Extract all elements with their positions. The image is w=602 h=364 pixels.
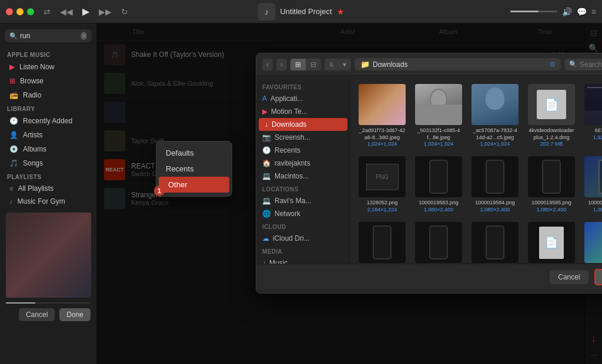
file-thumb-8: [471, 156, 519, 197]
progress-fill: [6, 302, 35, 304]
fb-list-options-btn[interactable]: ▾: [338, 59, 351, 70]
fb-search-input[interactable]: [580, 60, 602, 69]
file-item-14[interactable]: 📄: [526, 220, 577, 264]
file-browser-footer: Cancel Open 2: [256, 264, 602, 289]
window-title: Untitled Project: [280, 7, 332, 16]
songs-label: Songs: [23, 159, 43, 167]
music-for-gym-label: Music For Gym: [18, 197, 65, 205]
file-item-4[interactable]: 📄 4kvideodownloaderplus_1.2.4.dmg 202.7 …: [526, 82, 577, 149]
fb-item-icloud[interactable]: ☁ iCloud Dri...: [256, 232, 350, 245]
file-item-12[interactable]: [413, 220, 464, 264]
fb-item-home[interactable]: 🏠 ravitejaknts: [256, 157, 350, 170]
star-icon[interactable]: ★: [337, 7, 345, 16]
done-button[interactable]: Done: [59, 308, 91, 321]
file-name-9: 1000019585.png: [531, 200, 571, 207]
maximize-button[interactable]: [27, 8, 34, 15]
folder-icon: 📁: [360, 60, 370, 69]
fb-cancel-btn[interactable]: Cancel: [550, 270, 588, 284]
fb-location-bar[interactable]: 📁 Downloads ⊙: [354, 58, 561, 70]
fb-ravis-mac-label: Ravi's Ma...: [275, 197, 311, 205]
fb-back-btn[interactable]: ‹: [262, 59, 273, 70]
file-thumb-3: [471, 84, 519, 125]
search-clear-btn[interactable]: ✕: [81, 32, 87, 40]
file-item-5[interactable]: 667210.jpg 1,920×1,080: [582, 82, 602, 149]
fb-options-btn[interactable]: ⊟: [306, 59, 321, 70]
close-button[interactable]: [6, 8, 13, 15]
fb-section-media: Media: [256, 245, 350, 257]
minimize-button[interactable]: [16, 8, 24, 15]
fb-motion-label: Motion Te...: [271, 107, 307, 116]
fb-item-network[interactable]: 🌐 Network: [256, 207, 350, 220]
fb-recents-label: Recents: [275, 146, 300, 154]
sidebar-item-browse[interactable]: ⊞ Browse: [2, 74, 94, 88]
sidebar-item-songs[interactable]: 🎵 Songs: [2, 156, 94, 170]
playlist-all-playlists[interactable]: ≡ All Playlists: [2, 182, 94, 195]
radio-icon: 📻: [9, 91, 18, 99]
file-item-6[interactable]: PNG 1328052.png 2,184×1,224: [356, 154, 408, 215]
sidebar-item-listen-now[interactable]: ▶ Listen Now: [2, 60, 94, 74]
window-controls[interactable]: [6, 8, 34, 15]
sidebar-item-recently-added[interactable]: 🕐 Recently Added: [2, 114, 94, 128]
next-btn[interactable]: ▶▶: [96, 6, 114, 18]
fb-item-applications[interactable]: A Applicati...: [256, 92, 350, 105]
file-name-10: 1000019586.png: [588, 200, 602, 207]
file-item-3[interactable]: _ac57087a-7832-414d-a2...c5.jpeg 1,024×1…: [469, 82, 521, 149]
fb-item-music[interactable]: ♪ Music: [256, 257, 350, 264]
fb-macintosh-label: Macintos...: [275, 172, 309, 180]
fb-home-icon: 🏠: [262, 159, 271, 167]
fb-open-btn[interactable]: Open 2: [594, 269, 602, 285]
sidebar-item-artists[interactable]: 👤 Artists: [2, 128, 94, 142]
fb-item-motion[interactable]: ▶ Motion Te...: [256, 105, 350, 118]
fb-item-screenshots[interactable]: 📷 Screensh...: [256, 131, 350, 144]
file-item-1[interactable]: _2ad91f73-3d67-42a6-8...b80.jpeg 1,024×1…: [356, 82, 408, 149]
dropdown-other[interactable]: Other 1: [159, 177, 229, 193]
file-item-10[interactable]: 1000019586.png 1,080×2,400: [582, 154, 602, 215]
dropdown-recents[interactable]: Recents: [156, 161, 232, 177]
file-item-7[interactable]: 1000019583.png 1,080×2,400: [413, 154, 464, 215]
file-item-15[interactable]: 2: [582, 220, 602, 264]
fb-search[interactable]: 🔍: [564, 59, 602, 70]
fb-grid-btn[interactable]: ⊞: [290, 59, 306, 70]
fb-item-ravis-mac[interactable]: 💻 Ravi's Ma...: [256, 194, 350, 207]
prev-btn[interactable]: ◀◀: [58, 6, 75, 18]
library-section: Library: [0, 102, 96, 114]
fb-network-label: Network: [275, 210, 300, 218]
file-thumb-10: [584, 156, 602, 197]
mini-player: Cancel Done: [0, 213, 96, 323]
fb-list-btn[interactable]: ≡: [325, 59, 338, 70]
file-item-9[interactable]: 1000019585.png 1,080×2,400: [526, 154, 577, 215]
progress-bar[interactable]: [6, 302, 91, 304]
file-item-2[interactable]: _503132f1-c085-4f...8e.jpeg 1,024×1,024: [413, 82, 464, 149]
repeat-btn[interactable]: ↻: [119, 6, 131, 18]
file-item-8[interactable]: 1000019584.png 1,080×2,400: [469, 154, 521, 215]
fb-view-toggle: ⊞ ⊟: [290, 59, 321, 70]
fb-music-icon: ♪: [262, 259, 266, 264]
file-thumb-4: 📄: [528, 84, 575, 125]
fb-item-macintosh[interactable]: 💻 Macintos...: [256, 170, 350, 183]
fb-item-recents[interactable]: 🕐 Recents: [256, 144, 350, 157]
search-input[interactable]: [20, 32, 78, 40]
search-bar[interactable]: 🔍 ✕: [5, 29, 92, 42]
file-item-11[interactable]: [356, 220, 408, 264]
volume-slider[interactable]: [510, 11, 557, 12]
shuffle-btn[interactable]: ⇄: [41, 6, 53, 18]
chat-icon[interactable]: 💬: [577, 7, 587, 16]
sidebar-item-radio[interactable]: 📻 Radio: [2, 88, 94, 102]
file-browser: ‹ › ⊞ ⊟ ≡ ▾ 📁 Downloads ⊙: [256, 53, 602, 294]
recently-added-label: Recently Added: [23, 117, 72, 125]
file-item-13[interactable]: [469, 220, 521, 264]
play-btn[interactable]: ▶: [80, 5, 92, 18]
fb-forward-btn[interactable]: ›: [276, 59, 287, 70]
sidebar-item-albums[interactable]: 💿 Albums: [2, 142, 94, 156]
fb-list-toggle: ≡ ▾: [325, 59, 351, 70]
dropdown-defaults[interactable]: Defaults: [156, 145, 232, 161]
cancel-button[interactable]: Cancel: [19, 308, 55, 321]
playlist-music-for-gym[interactable]: ♪ Music For Gym: [2, 195, 94, 208]
fb-dropdown-icon: ⊙: [550, 60, 555, 68]
fb-home-label: ravitejaknts: [275, 159, 310, 167]
browse-label: Browse: [20, 77, 44, 85]
fb-item-downloads[interactable]: ↓ Downloads: [259, 118, 347, 131]
file-name-6: 1328052.png: [367, 200, 398, 207]
menu-icon[interactable]: ≡: [591, 7, 596, 16]
browse-icon: ⊞: [9, 77, 15, 85]
